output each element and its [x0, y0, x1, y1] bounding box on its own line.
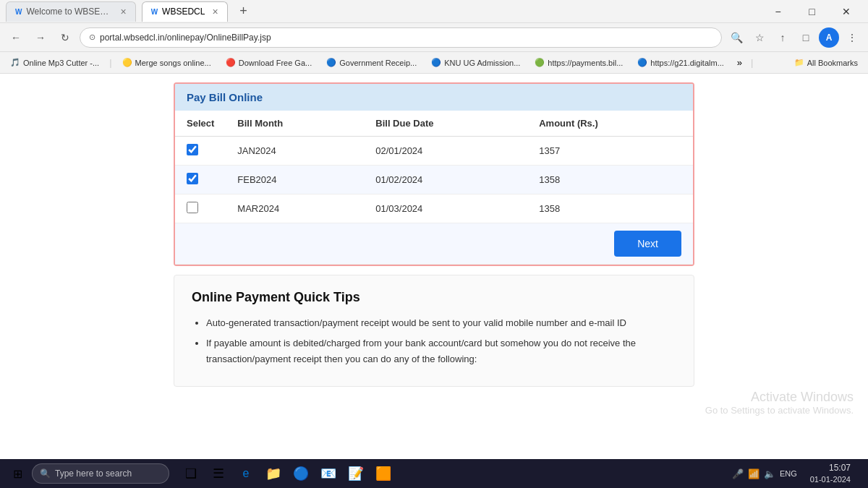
volume-icon[interactable]: 🔈	[764, 468, 775, 479]
bookmark-knu-icon: 🔵	[431, 58, 441, 67]
extension-icon[interactable]: ↑	[773, 27, 793, 48]
minimize-button[interactable]: −	[762, 0, 794, 23]
row1-checkbox[interactable]	[187, 144, 198, 155]
security-icon: ⊙	[89, 33, 95, 42]
taskbar-apps: ❑ ☰ e 📁 🔵 📧 📝 🟧	[178, 461, 396, 487]
tab2-favicon: W	[151, 8, 158, 16]
all-bookmarks-button[interactable]: 📁 All Bookmarks	[790, 56, 862, 69]
quick-tips-panel: Online Payment Quick Tips Auto-generated…	[174, 275, 694, 387]
col-amount: Amount (Rs.)	[527, 111, 693, 137]
mic-icon[interactable]: 🎤	[732, 468, 744, 479]
back-button[interactable]: ←	[6, 27, 26, 48]
bookmark-merge[interactable]: 🟡 Merge songs online...	[118, 56, 216, 69]
browser-actions: 🔍 ☆ ↑ □ A ⋮	[726, 27, 862, 48]
all-bookmarks-label: All Bookmarks	[807, 59, 858, 67]
search-icon: 🔍	[40, 468, 51, 479]
bookmark-g21-label: https://g21.digitalm...	[650, 59, 724, 67]
pay-bill-table: Select Bill Month Bill Due Date Amount (…	[175, 111, 693, 265]
wifi-icon[interactable]: 📶	[748, 468, 760, 479]
col-select: Select	[175, 111, 226, 137]
list-item: If payable amount is debited/charged fro…	[206, 335, 676, 367]
bookmark-payments-icon: 🟢	[535, 58, 545, 67]
bm-divider1: |	[109, 57, 111, 68]
show-desktop-button[interactable]	[858, 461, 862, 487]
taskbar-app-word[interactable]: 📝	[343, 461, 369, 487]
taskbar-app-edge[interactable]: e	[233, 461, 259, 487]
bookmark-gov-icon: 🔵	[326, 58, 336, 67]
activate-windows-watermark: Activate Windows Go to Settings to activ…	[705, 390, 854, 416]
row3-bill-month: MAR2024	[226, 194, 364, 223]
close-window-button[interactable]: ✕	[830, 0, 862, 23]
refresh-button[interactable]: ↻	[55, 27, 75, 48]
url-bar[interactable]: ⊙ portal.wbsedcl.in/onlinepay/OnlineBill…	[80, 27, 722, 48]
bookmark-download-label: Download Free Ga...	[239, 59, 312, 67]
watermark-line2: Go to Settings to activate Windows.	[705, 405, 854, 416]
title-bar: W Welcome to WBSEDCL × W WBSEDCL × + − □…	[0, 0, 868, 23]
windows-logo-icon: ⊞	[13, 467, 22, 481]
bookmark-mp3-icon: 🎵	[10, 58, 20, 67]
taskbar-app-misc[interactable]: 🟧	[370, 461, 396, 487]
pay-bill-title: Pay Bill Online	[175, 84, 693, 111]
row3-checkbox[interactable]	[187, 202, 198, 213]
taskbar-app-widgets[interactable]: ❑	[178, 461, 204, 487]
profile-button[interactable]: A	[819, 27, 839, 48]
start-button[interactable]: ⊞	[6, 462, 29, 485]
tab-manager-icon[interactable]: □	[796, 27, 816, 48]
row1-amount: 1357	[527, 137, 693, 166]
taskbar: ⊞ 🔍 Type here to search ❑ ☰ e 📁 🔵 📧 📝 🟧 …	[0, 459, 868, 488]
row2-amount: 1358	[527, 166, 693, 194]
table-row: FEB2024 01/02/2024 1358	[175, 166, 693, 194]
bookmark-g21-icon: 🔵	[637, 58, 647, 67]
bookmarks-more-icon[interactable]: »	[734, 57, 745, 68]
pay-bill-panel: Pay Bill Online Select Bill Month Bill D…	[174, 82, 694, 266]
tab2-label: WBSEDCL	[162, 7, 205, 17]
table-row: MAR2024 01/03/2024 1358	[175, 194, 693, 223]
new-tab-button[interactable]: +	[234, 1, 254, 22]
bookmark-icon[interactable]: ☆	[749, 27, 770, 48]
language-indicator[interactable]: ENG	[780, 469, 797, 478]
browser-tab-1[interactable]: W Welcome to WBSEDCL ×	[6, 1, 136, 22]
row1-bill-month: JAN2024	[226, 137, 364, 166]
clock-date: 01-01-2024	[810, 474, 851, 485]
bookmark-knu-label: KNU UG Admission...	[444, 59, 520, 67]
taskbar-app-chrome[interactable]: 🔵	[288, 461, 314, 487]
taskbar-app-taskview[interactable]: ☰	[205, 461, 231, 487]
next-button[interactable]: Next	[614, 231, 681, 257]
system-tray: 🎤 📶 🔈 ENG 15:07 01-01-2024	[726, 461, 862, 487]
bookmark-payments[interactable]: 🟢 https://payments.bil...	[530, 56, 627, 69]
system-clock[interactable]: 15:07 01-01-2024	[806, 462, 855, 485]
search-icon[interactable]: 🔍	[726, 27, 746, 48]
all-bookmarks-icon: 📁	[794, 58, 804, 67]
row2-checkbox[interactable]	[187, 173, 198, 184]
row1-bill-due-date: 02/01/2024	[364, 137, 527, 166]
quick-tips-list: Auto-generated transaction/payment recei…	[192, 315, 676, 367]
maximize-button[interactable]: □	[796, 0, 828, 23]
taskbar-app-explorer[interactable]: 📁	[260, 461, 286, 487]
taskbar-app-mail[interactable]: 📧	[315, 461, 341, 487]
next-button-cell: Next	[175, 223, 693, 265]
tab2-close-icon[interactable]: ×	[212, 6, 218, 17]
forward-button[interactable]: →	[30, 27, 51, 48]
bookmark-mp3[interactable]: 🎵 Online Mp3 Cutter -...	[6, 56, 103, 69]
taskbar-search[interactable]: 🔍 Type here to search	[32, 463, 169, 484]
bookmark-knu[interactable]: 🔵 KNU UG Admission...	[427, 56, 524, 69]
tab1-label: Welcome to WBSEDCL	[26, 7, 113, 17]
tab-strip: W Welcome to WBSEDCL × W WBSEDCL × +	[6, 1, 254, 22]
bookmark-merge-icon: 🟡	[122, 58, 132, 67]
bookmark-mp3-label: Online Mp3 Cutter -...	[23, 59, 99, 67]
address-bar: ← → ↻ ⊙ portal.wbsedcl.in/onlinepay/Onli…	[0, 23, 868, 52]
tab1-favicon: W	[15, 8, 22, 16]
row2-select-cell	[175, 166, 226, 194]
bookmark-gov[interactable]: 🔵 Government Receip...	[322, 56, 421, 69]
clock-time: 15:07	[810, 462, 851, 474]
browser-content: Pay Bill Online Select Bill Month Bill D…	[0, 74, 868, 459]
col-bill-due-date: Bill Due Date	[364, 111, 527, 137]
tab1-close-icon[interactable]: ×	[120, 6, 126, 17]
browser-tab-2[interactable]: W WBSEDCL ×	[142, 1, 228, 22]
bookmark-g21[interactable]: 🔵 https://g21.digitalm...	[633, 56, 728, 69]
window-controls: − □ ✕	[762, 0, 862, 23]
quick-tips-title: Online Payment Quick Tips	[192, 290, 676, 305]
menu-icon[interactable]: ⋮	[842, 27, 862, 48]
bookmark-download[interactable]: 🔴 Download Free Ga...	[221, 56, 317, 69]
bookmarks-divider2: |	[751, 57, 753, 68]
